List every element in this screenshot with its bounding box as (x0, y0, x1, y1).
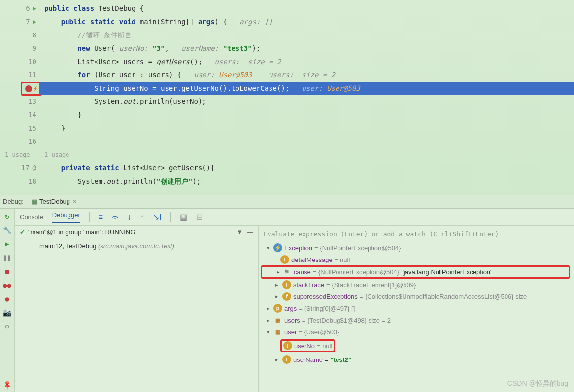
var-row[interactable]: ▾ ▦ user = {User@503} (259, 326, 574, 338)
settings-icon[interactable]: ⚙ (3, 322, 12, 331)
var-row[interactable]: ▸ ▦ users = {TestDebug$1@498} size = 2 (259, 314, 574, 326)
close-icon[interactable]: × (73, 198, 77, 205)
debug-panel: Debug: ▦ TestDebug × ↻ 🔧 ▶ ❚❚ ■ ●● ● 📷 ⚙… (0, 195, 574, 392)
thread-selector[interactable]: ✔ "main"@1 in group "main": RUNNING ▼ — (15, 226, 258, 239)
gutter-line[interactable]: 9 (0, 42, 36, 55)
camera-icon[interactable]: 📷 (3, 308, 12, 317)
debug-sidebar-tools: ↻ 🔧 ▶ ❚❚ ■ ●● ● 📷 ⚙ (0, 209, 15, 392)
app-icon: ▦ (32, 198, 37, 205)
frames-pane: ✔ "main"@1 in group "main": RUNNING ▼ — … (15, 226, 259, 392)
chevron-right-icon[interactable]: ▸ (275, 269, 282, 275)
var-row[interactable]: ▸ f suppressedExceptions = {Collections$… (259, 291, 574, 302)
code-body[interactable]: public class TestDebug { public static v… (39, 0, 574, 195)
var-row[interactable]: ▸ p args = {String[0]@497} [] (259, 302, 574, 314)
inline-hint: users: size = 2 (202, 58, 281, 65)
chevron-down-icon[interactable]: ▾ (265, 245, 271, 251)
run-to-cursor-icon[interactable]: ↘I (153, 212, 161, 222)
watermark: CSDN @怪异的bug (507, 379, 568, 388)
var-row[interactable]: ▸ f userName = "test2" (259, 354, 574, 365)
resume-icon[interactable]: ▶ (3, 239, 12, 248)
object-icon: ▦ (273, 327, 282, 336)
chevron-right-icon[interactable]: ▸ (273, 294, 280, 300)
gutter-line[interactable]: 10 (0, 55, 36, 68)
field-icon: f (282, 280, 291, 289)
wrench-icon[interactable]: 🔧 (3, 226, 12, 234)
inline-hint: User@503 (219, 71, 252, 79)
gutter-line[interactable]: 12 ⚡ (0, 82, 36, 95)
object-icon: ▦ (273, 316, 282, 325)
mute-breakpoints-icon[interactable]: ● (3, 294, 12, 303)
gutter-line[interactable]: 7▶ (0, 15, 36, 29)
eval-expression-input[interactable]: Evaluate expression (Enter) or add a wat… (259, 228, 574, 241)
run-icon[interactable]: ▶ (33, 2, 36, 15)
gutter-line[interactable]: 13 (0, 95, 36, 108)
code-editor: 6▶ 7▶ 8 9 10 11 12 ⚡ 13 14 15 16 1 usage… (0, 0, 574, 195)
rerun-icon[interactable]: ↻ (3, 212, 12, 221)
pause-icon[interactable]: ❚❚ (3, 253, 12, 262)
evaluate-icon[interactable]: ▦ (180, 212, 187, 222)
inline-hint: User@503 (327, 84, 360, 92)
field-icon: f (283, 341, 292, 350)
gutter-line[interactable]: 18 (0, 175, 36, 188)
gutter-line[interactable]: 14 (0, 108, 36, 122)
tab-console[interactable]: Console (20, 213, 43, 221)
var-row[interactable]: ▾ ⚡ Exception = {NullPointerException@50… (259, 242, 574, 254)
run-icon[interactable]: ▶ (33, 15, 36, 29)
at-icon: @ (33, 162, 36, 175)
gutter-line[interactable]: 6▶ (0, 2, 36, 15)
var-row-highlighted[interactable]: f userNo = null (259, 338, 574, 354)
gutter-line[interactable]: 16 (0, 135, 36, 148)
step-out-icon[interactable]: ↑ (140, 213, 144, 222)
gutter-line[interactable]: 17@ (0, 162, 36, 175)
inline-hint: args: [] (227, 18, 273, 26)
chevron-right-icon[interactable]: ▸ (273, 357, 280, 363)
chevron-right-icon[interactable]: ▸ (265, 317, 271, 324)
stop-icon[interactable]: ■ (3, 267, 12, 276)
filter-icon[interactable]: ▼ (236, 229, 243, 236)
current-exec-line: String userNo = user.getUserNo().toLower… (39, 82, 574, 95)
check-icon: ✔ (20, 229, 25, 236)
param-icon: p (273, 304, 282, 313)
variables-pane: Evaluate expression (Enter) or add a wat… (259, 226, 574, 392)
var-row-highlighted[interactable]: ▸ ⚑ cause = {NullPointerException@504} "… (261, 265, 570, 279)
usages-hint[interactable]: 1 usage (0, 148, 36, 162)
usages-hint[interactable]: 1 usage (39, 148, 574, 162)
gutter: 6▶ 7▶ 8 9 10 11 12 ⚡ 13 14 15 16 1 usage… (0, 0, 39, 195)
gutter-line[interactable]: 15 (0, 122, 36, 135)
var-row[interactable]: f detailMessage = null (259, 254, 574, 265)
chevron-right-icon[interactable]: ▸ (265, 305, 271, 312)
view-breakpoints-icon[interactable]: ●● (3, 281, 12, 290)
show-exec-point-icon[interactable]: ≡ (99, 213, 103, 222)
chevron-down-icon[interactable]: ▾ (265, 329, 271, 335)
trace-icon[interactable]: ⊟ (196, 212, 203, 222)
field-icon: f (280, 255, 289, 264)
chevron-right-icon[interactable]: ▸ (273, 282, 280, 288)
stack-frame[interactable]: main:12, TestDebug (src.main.java.com.tc… (15, 239, 258, 253)
var-row[interactable]: ▸ f stackTrace = {StackTraceElement[1]@5… (259, 279, 574, 291)
field-icon: f (282, 355, 291, 364)
debug-tabs: Debug: ▦ TestDebug × (0, 195, 574, 209)
tab-debugger[interactable]: Debugger (52, 211, 80, 223)
step-into-icon[interactable]: ↓ (127, 213, 131, 222)
collapse-icon[interactable]: — (247, 229, 253, 236)
debug-toolbar: Console Debugger ≡ ⤼ ↓ ↑ ↘I ▦ ⊟ (15, 209, 574, 226)
field-icon: f (282, 292, 291, 301)
gutter-line[interactable]: 8 (0, 29, 36, 42)
exception-icon: ⚡ (273, 243, 282, 252)
debug-tab-run[interactable]: ▦ TestDebug × (28, 196, 81, 207)
step-over-icon[interactable]: ⤼ (112, 212, 118, 222)
flag-icon: ⚑ (284, 268, 292, 276)
debug-label: Debug: (3, 198, 24, 205)
gutter-line[interactable]: 11 (0, 68, 36, 82)
